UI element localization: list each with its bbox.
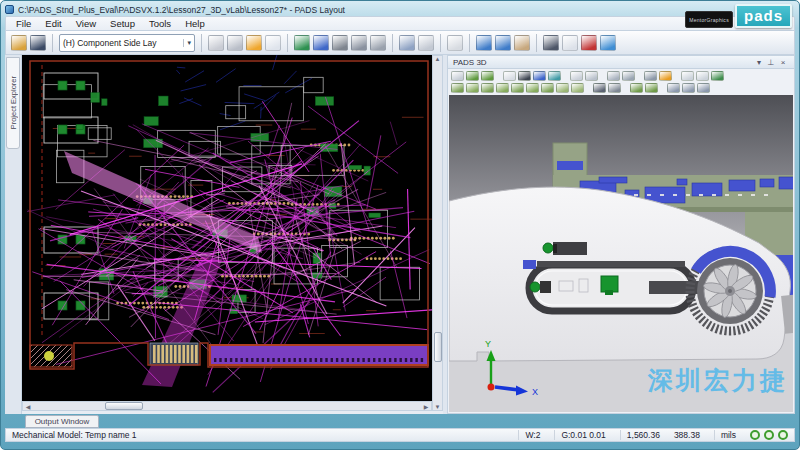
window-dark-icon[interactable] xyxy=(543,35,559,51)
view-right-icon[interactable] xyxy=(526,83,539,93)
step-back-icon[interactable] xyxy=(667,83,680,93)
save-icon[interactable] xyxy=(30,35,46,51)
grid-blue-icon[interactable] xyxy=(313,35,329,51)
refresh-icon[interactable] xyxy=(227,35,243,51)
cursor-3d-icon[interactable] xyxy=(608,83,621,93)
route-icon[interactable] xyxy=(351,35,367,51)
view-bottom-icon[interactable] xyxy=(496,83,509,93)
scroll-up-icon[interactable]: ▲ xyxy=(433,56,442,62)
view-custom-icon[interactable] xyxy=(571,83,584,93)
panel-pin-icon[interactable]: ⊥ xyxy=(765,58,777,67)
vertical-scrollbar[interactable]: ▲ ▼ xyxy=(432,55,443,411)
brush-icon[interactable] xyxy=(514,35,530,51)
pads-3d-panel: PADS 3D ▾⊥× YX 深圳宏力捷 xyxy=(447,55,795,414)
output-window-label: Output Window xyxy=(35,417,90,426)
panel-close-icon[interactable]: × xyxy=(777,58,789,67)
status-indicator-3[interactable] xyxy=(778,430,788,440)
left-dock-strip: Project Explorer xyxy=(5,55,22,414)
globe-green-icon[interactable] xyxy=(711,71,724,81)
main-toolbar: (H) Component Side Lay▾ xyxy=(5,30,795,55)
step-fwd-icon[interactable] xyxy=(697,83,710,93)
pads-logo: pads xyxy=(735,4,792,28)
status-indicator-1[interactable] xyxy=(750,430,760,440)
menu-tools[interactable]: Tools xyxy=(143,17,177,30)
zoom-in-3d-icon[interactable] xyxy=(570,71,583,81)
view-front-icon[interactable] xyxy=(541,83,554,93)
step-mid-icon[interactable] xyxy=(682,83,695,93)
layer-selector-dropdown[interactable]: (H) Component Side Lay▾ xyxy=(59,34,195,52)
view-top-icon[interactable] xyxy=(481,83,494,93)
grid-dots-icon[interactable] xyxy=(593,83,606,93)
pads-3d-title: PADS 3D xyxy=(453,58,487,67)
pan-green-icon[interactable] xyxy=(481,71,494,81)
status-width: W:2 xyxy=(518,430,546,440)
pcb-dark-icon[interactable] xyxy=(518,71,531,81)
svg-text:Y: Y xyxy=(485,339,491,349)
menu-view[interactable]: View xyxy=(70,17,102,30)
project-explorer-label: Project Explorer xyxy=(9,76,18,129)
drc-red-icon[interactable] xyxy=(581,35,597,51)
watermark-text: 深圳宏力捷 xyxy=(648,364,788,397)
brand-logos: MentorGraphics pads xyxy=(685,4,792,28)
menu-setup[interactable]: Setup xyxy=(104,17,141,30)
filter-a-icon[interactable] xyxy=(476,35,492,51)
scroll-down-icon[interactable]: ▼ xyxy=(433,404,442,410)
status-coord-x: 1,560.36 xyxy=(620,430,666,440)
rotate-cw-icon[interactable] xyxy=(645,83,658,93)
view3d-blue-icon[interactable] xyxy=(600,35,616,51)
titlebar[interactable]: C:\PADS_Stnd_Plus_Eval\PADSVX.1.2\Lesson… xyxy=(5,3,795,16)
status-units: mils xyxy=(714,430,742,440)
pcb-2d-canvas[interactable] xyxy=(22,55,432,401)
open-icon[interactable] xyxy=(11,35,27,51)
schedule-orange-icon[interactable] xyxy=(246,35,262,51)
sheet-icon[interactable] xyxy=(562,35,578,51)
output-window-tab[interactable]: Output Window xyxy=(25,415,99,428)
filter-b-icon[interactable] xyxy=(495,35,511,51)
scroll-left-icon[interactable]: ◀ xyxy=(23,403,33,410)
view-left-icon[interactable] xyxy=(511,83,524,93)
measure-icon[interactable] xyxy=(607,71,620,81)
note-icon[interactable] xyxy=(681,71,694,81)
layers-photo-icon[interactable] xyxy=(332,35,348,51)
schedule-icon[interactable] xyxy=(265,35,281,51)
statusbar: Mechanical Model: Temp name 1 W:2 G:0.01… xyxy=(5,428,795,442)
redo-icon[interactable] xyxy=(418,35,434,51)
undo-icon[interactable] xyxy=(399,35,415,51)
menu-edit[interactable]: Edit xyxy=(39,17,67,30)
board-view-icon[interactable] xyxy=(503,71,516,81)
pads-3d-titlebar[interactable]: PADS 3D ▾⊥× xyxy=(448,56,794,69)
status-coord-y: 388.38 xyxy=(674,430,706,440)
view-back-icon[interactable] xyxy=(556,83,569,93)
pcb-layout-drawing xyxy=(22,55,432,401)
component-icon[interactable] xyxy=(370,35,386,51)
box-teal-icon[interactable] xyxy=(548,71,561,81)
box-blue-icon[interactable] xyxy=(533,71,546,81)
zoom-icon[interactable] xyxy=(447,35,463,51)
status-indicator-2[interactable] xyxy=(764,430,774,440)
hscroll-thumb[interactable] xyxy=(105,402,143,410)
scroll-right-icon[interactable]: ▶ xyxy=(421,403,431,410)
panel-minimize-icon[interactable]: ▾ xyxy=(753,58,765,67)
vscroll-thumb[interactable] xyxy=(434,332,442,362)
zoom-fit-3d-icon[interactable] xyxy=(585,71,598,81)
mirror-icon[interactable] xyxy=(644,71,657,81)
menu-help[interactable]: Help xyxy=(179,17,211,30)
export-icon[interactable] xyxy=(208,35,224,51)
layer-selector-value: (H) Component Side Lay xyxy=(63,38,157,48)
app-window: C:\PADS_Stnd_Plus_Eval\PADSVX.1.2\Lesson… xyxy=(0,0,800,450)
chevron-down-icon[interactable]: ▾ xyxy=(183,39,191,47)
menu-file[interactable]: File xyxy=(10,17,37,30)
view-iso-2-icon[interactable] xyxy=(466,83,479,93)
menubar: FileEditViewSetupToolsHelp xyxy=(5,16,795,30)
view-iso-1-icon[interactable] xyxy=(451,83,464,93)
rotate-ccw-icon[interactable] xyxy=(630,83,643,93)
snap-icon[interactable] xyxy=(622,71,635,81)
doc-icon[interactable] xyxy=(696,71,709,81)
select-3d-icon[interactable] xyxy=(451,71,464,81)
fit-board-green-icon[interactable] xyxy=(294,35,310,51)
warning-icon[interactable] xyxy=(659,71,672,81)
orbit-green-icon[interactable] xyxy=(466,71,479,81)
project-explorer-tab[interactable]: Project Explorer xyxy=(6,57,20,149)
status-grid: G:0.01 0.01 xyxy=(554,430,611,440)
horizontal-scrollbar[interactable]: ◀ ▶ xyxy=(22,401,432,411)
